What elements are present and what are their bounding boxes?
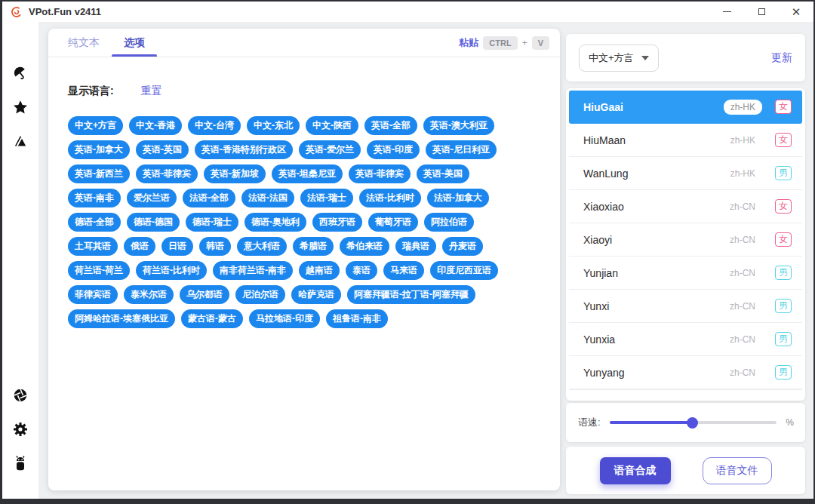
voice-name: Yunyang — [583, 367, 625, 379]
language-pill[interactable]: 祖鲁语-南非 — [326, 309, 388, 328]
language-pill[interactable]: 乌尔都语 — [180, 285, 229, 304]
language-pill[interactable]: 越南语 — [299, 261, 340, 280]
language-pill[interactable]: 法语-全部 — [183, 189, 235, 207]
update-link[interactable]: 更新 — [771, 51, 792, 65]
slider-thumb[interactable] — [687, 417, 698, 429]
language-pill[interactable]: 英语-全部 — [364, 116, 417, 135]
language-pill[interactable]: 英语-美国 — [417, 164, 469, 183]
language-pill[interactable]: 哈萨克语 — [291, 285, 341, 304]
app-logo-icon — [11, 6, 23, 18]
main-panel: 纯文本 选项 粘贴 CTRL + V 显示语言: 重置 中文+方言中文-香港中文… — [48, 29, 560, 490]
tab-bar: 纯文本 选项 粘贴 CTRL + V — [48, 29, 560, 57]
voice-row[interactable]: HiuMaanzh-HK女 — [569, 124, 802, 157]
display-language-label: 显示语言: — [68, 85, 114, 98]
voice-name: Yunxia — [583, 333, 615, 346]
language-pill[interactable]: 中文-台湾 — [188, 116, 241, 135]
tab-plain-text[interactable]: 纯文本 — [60, 29, 107, 57]
language-pill[interactable]: 法语-法国 — [241, 189, 294, 207]
language-pill[interactable]: 中文-东北 — [247, 116, 300, 135]
language-pill[interactable]: 蒙古语-蒙古 — [181, 309, 243, 328]
umbrella-icon[interactable] — [11, 64, 29, 82]
language-pill[interactable]: 瑞典语 — [395, 237, 436, 256]
language-pill[interactable]: 德语-德国 — [127, 213, 180, 232]
language-pill[interactable]: 尼泊尔语 — [235, 285, 285, 304]
tab-options[interactable]: 选项 — [116, 29, 152, 57]
language-pill[interactable]: 法语-比利时 — [359, 189, 421, 207]
language-pill[interactable]: 英语-英国 — [136, 140, 189, 159]
language-pill[interactable]: 德语-全部 — [68, 213, 121, 232]
language-pill[interactable]: 英语-坦桑尼亚 — [272, 164, 343, 183]
language-pill[interactable]: 俄语 — [124, 237, 155, 256]
language-pill[interactable]: 英语-菲律宾 — [136, 164, 198, 183]
rate-slider[interactable] — [610, 417, 777, 428]
language-pill[interactable]: 韩语 — [199, 237, 231, 256]
language-pill[interactable]: 马来语 — [383, 261, 424, 280]
language-pill[interactable]: 中文+方言 — [68, 116, 123, 135]
language-pill[interactable]: 南非荷兰语-南非 — [213, 261, 293, 280]
maximize-icon — [758, 8, 765, 15]
language-pill[interactable]: 英语-菲律宾 — [349, 164, 411, 183]
language-pill[interactable]: 中文-陕西 — [306, 116, 358, 135]
tab-options-label: 选项 — [124, 36, 145, 50]
voice-row[interactable]: Yunxiazh-CN男 — [569, 323, 802, 356]
azure-icon[interactable] — [11, 132, 29, 150]
voice-row[interactable]: WanLungzh-HK男 — [569, 157, 802, 190]
language-pill[interactable]: 英语-加拿大 — [68, 140, 130, 159]
voice-file-button[interactable]: 语音文件 — [703, 457, 772, 484]
voice-row[interactable]: Yunjianzh-CN男 — [569, 257, 802, 290]
language-pill[interactable]: 西班牙语 — [312, 213, 362, 232]
language-pill[interactable]: 日语 — [161, 237, 193, 256]
language-pill[interactable]: 英语-新加坡 — [204, 164, 266, 183]
language-pill[interactable]: 爱尔兰语 — [127, 189, 177, 207]
gear-icon[interactable] — [11, 420, 29, 438]
rate-unit: % — [786, 417, 794, 428]
language-pill[interactable]: 土耳其语 — [68, 237, 118, 256]
language-pill[interactable]: 法语-瑞士 — [300, 189, 353, 207]
language-pill[interactable]: 丹麦语 — [442, 237, 483, 256]
language-pill[interactable]: 英语-爱尔兰 — [299, 140, 361, 159]
synthesize-button[interactable]: 语音合成 — [600, 457, 671, 484]
minimize-icon — [723, 11, 731, 12]
voice-row[interactable]: Yunyangzh-CN男 — [569, 356, 802, 389]
paste-link[interactable]: 粘贴 — [459, 36, 478, 50]
star-icon[interactable] — [11, 98, 29, 116]
language-pill[interactable]: 英语-印度 — [367, 140, 420, 159]
pill-row: 英语-新西兰英语-菲律宾英语-新加坡英语-坦桑尼亚英语-菲律宾英语-美国 — [68, 164, 542, 183]
language-pill[interactable]: 葡萄牙语 — [368, 213, 418, 232]
language-pill[interactable]: 荷兰语-比利时 — [136, 261, 207, 280]
language-pill[interactable]: 德语-瑞士 — [186, 213, 238, 232]
aperture-icon[interactable] — [11, 386, 29, 404]
language-pill[interactable]: 希伯来语 — [340, 237, 389, 256]
voice-row[interactable]: Xiaoyizh-CN女 — [569, 223, 802, 257]
language-pill[interactable]: 英语-澳大利亚 — [423, 116, 494, 135]
language-pill[interactable]: 印度尼西亚语 — [430, 261, 498, 280]
language-pill[interactable]: 希腊语 — [293, 237, 334, 256]
language-pill[interactable]: 泰米尔语 — [124, 285, 174, 304]
voice-locale-badge: zh-CN — [730, 301, 755, 312]
language-pill[interactable]: 英语-南非 — [68, 189, 121, 207]
voice-row[interactable]: Yunxizh-CN男 — [569, 290, 802, 323]
voice-row[interactable]: Xiaoxiaozh-CN女 — [569, 190, 802, 223]
maximize-button[interactable] — [744, 2, 779, 22]
language-pill[interactable]: 泰语 — [346, 261, 377, 280]
language-pill[interactable]: 中文-香港 — [129, 116, 182, 135]
close-button[interactable]: ✕ — [779, 2, 813, 22]
minimize-button[interactable] — [709, 2, 744, 22]
language-pill[interactable]: 德语-奥地利 — [244, 213, 306, 232]
voice-gender-badge: 男 — [775, 266, 792, 280]
language-pill[interactable]: 菲律宾语 — [68, 285, 118, 304]
language-pill[interactable]: 英语-香港特别行政区 — [195, 140, 293, 159]
language-pill[interactable]: 阿姆哈拉语-埃塞俄比亚 — [68, 309, 175, 328]
language-pill[interactable]: 英语-新西兰 — [68, 164, 130, 183]
language-pill[interactable]: 英语-尼日利亚 — [426, 140, 497, 159]
language-pill[interactable]: 阿塞拜疆语-拉丁语-阿塞拜疆 — [347, 285, 475, 304]
android-icon[interactable] — [11, 454, 29, 472]
language-pill[interactable]: 马拉地语-印度 — [249, 309, 320, 328]
reset-link[interactable]: 重置 — [141, 85, 162, 98]
voice-row[interactable]: HiuGaaizh-HK女 — [569, 91, 802, 124]
language-pill[interactable]: 荷兰语-荷兰 — [68, 261, 130, 280]
language-pill[interactable]: 法语-加拿大 — [427, 189, 489, 207]
language-filter-dropdown[interactable]: 中文+方言 — [579, 45, 659, 72]
language-pill[interactable]: 意大利语 — [237, 237, 287, 256]
language-pill[interactable]: 阿拉伯语 — [424, 213, 474, 232]
